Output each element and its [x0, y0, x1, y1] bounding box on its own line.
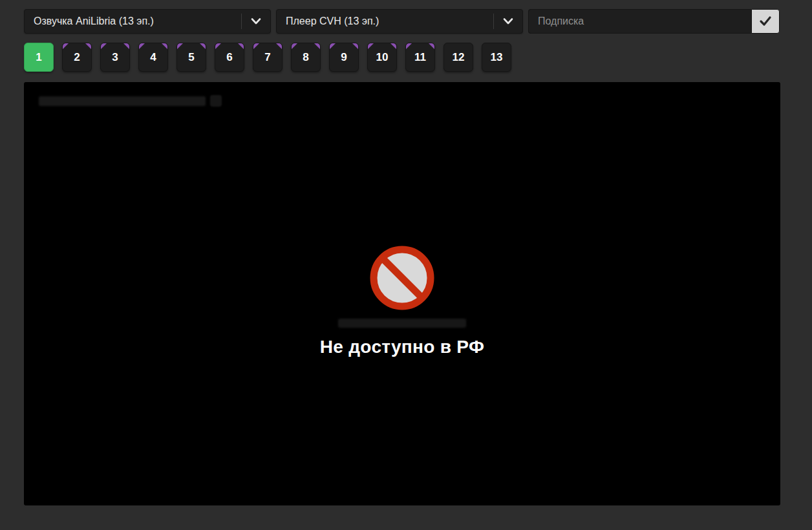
chevron-down-icon: [494, 17, 522, 25]
watched-marker-icon: [138, 43, 145, 50]
chevron-down-icon: [242, 17, 270, 25]
episode-button[interactable]: 6: [215, 43, 244, 72]
episode-button[interactable]: 7: [253, 43, 283, 72]
subscription-group: [528, 9, 780, 34]
episode-button[interactable]: 1: [24, 43, 54, 72]
episode-button[interactable]: 4: [138, 43, 168, 72]
episode-number: 5: [188, 51, 194, 64]
player-page: Озвучка AniLibria (13 эп.) Плеер CVH (13…: [0, 0, 812, 505]
episode-number: 10: [376, 51, 389, 64]
watched-marker-icon: [176, 43, 184, 50]
subscription-input[interactable]: [528, 9, 751, 34]
video-player[interactable]: Не доступно в РФ: [24, 82, 780, 505]
watched-marker-icon: [367, 43, 374, 50]
episode-list: 12345678910111213: [24, 43, 812, 72]
episode-number: 4: [150, 51, 156, 64]
watched-marker-icon: [237, 43, 244, 50]
episode-button[interactable]: 3: [100, 43, 130, 72]
episode-number: 2: [74, 51, 80, 64]
watched-marker-icon: [275, 43, 283, 50]
episode-number: 9: [341, 51, 347, 64]
episode-button[interactable]: 10: [367, 43, 397, 72]
no-entry-icon: [370, 246, 434, 313]
blocked-subtext-dim: [338, 319, 466, 328]
watched-marker-icon: [314, 43, 321, 50]
watched-marker-icon: [405, 43, 412, 50]
watched-marker-icon: [329, 43, 336, 50]
episode-number: 13: [491, 51, 503, 64]
watched-marker-icon: [352, 43, 359, 50]
watched-marker-icon: [123, 43, 130, 50]
episode-number: 8: [303, 51, 308, 64]
episode-button[interactable]: 13: [482, 43, 511, 72]
watched-marker-icon: [62, 43, 69, 50]
watched-marker-icon: [100, 43, 107, 50]
episode-button[interactable]: 9: [329, 43, 359, 72]
check-icon: [758, 14, 773, 30]
voiceover-select[interactable]: Озвучка AniLibria (13 эп.): [24, 9, 271, 34]
episode-button[interactable]: 5: [176, 43, 206, 72]
watched-marker-icon: [215, 43, 222, 50]
episode-number: 6: [226, 51, 232, 64]
episode-number: 1: [36, 51, 41, 64]
watched-marker-icon: [85, 43, 92, 50]
controls-row: Озвучка AniLibria (13 эп.) Плеер CVH (13…: [24, 9, 780, 34]
watched-marker-icon: [199, 43, 206, 50]
episode-button[interactable]: 2: [62, 43, 92, 72]
watched-marker-icon: [291, 43, 298, 50]
player-select-value: Плеер CVH (13 эп.): [277, 16, 493, 27]
watched-marker-icon: [428, 43, 435, 50]
episode-button[interactable]: 12: [443, 43, 473, 72]
player-select[interactable]: Плеер CVH (13 эп.): [276, 9, 523, 34]
watched-marker-icon: [253, 43, 260, 50]
video-title-badge-dim: [210, 95, 222, 107]
episode-number: 12: [453, 51, 465, 64]
voiceover-select-value: Озвучка AniLibria (13 эп.): [25, 16, 241, 27]
episode-button[interactable]: 8: [291, 43, 321, 72]
blocked-message: Не доступно в РФ: [320, 337, 484, 357]
episode-number: 3: [112, 51, 118, 64]
blocked-overlay: Не доступно в РФ: [24, 246, 780, 357]
video-title-dim: [39, 96, 206, 106]
episode-number: 11: [414, 51, 426, 64]
episode-button[interactable]: 11: [405, 43, 435, 72]
subscribe-button[interactable]: [751, 9, 780, 34]
watched-marker-icon: [390, 43, 397, 50]
watched-marker-icon: [161, 43, 168, 50]
episode-number: 7: [264, 51, 270, 64]
